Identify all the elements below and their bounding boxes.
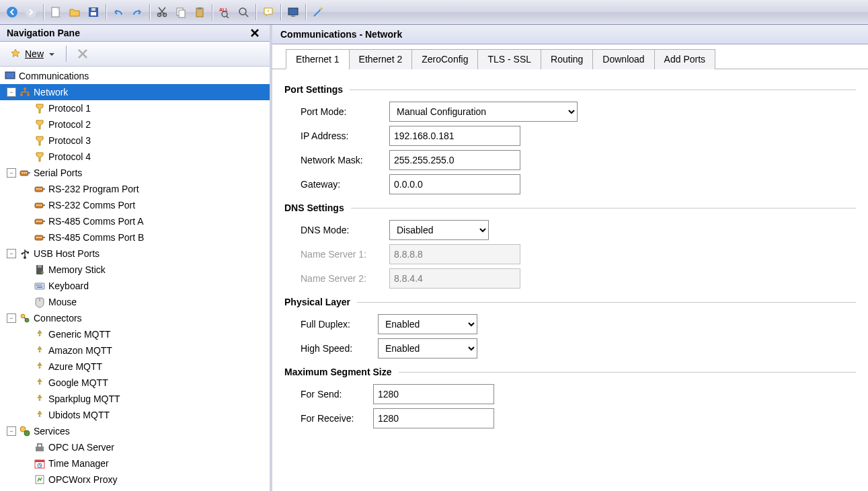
mss-recv-label: For Receive: (301, 413, 373, 424)
tree-item-services[interactable]: −Services (0, 423, 270, 439)
redo-button[interactable] (128, 3, 147, 22)
forward-button[interactable] (22, 3, 40, 22)
tree-toggle[interactable]: − (7, 168, 16, 178)
tree-item-serial-ports[interactable]: −Serial Ports (0, 165, 270, 181)
tree-item-communications[interactable]: Communications (0, 68, 270, 84)
tree-item-azure-mqtt[interactable]: Azure MQTT (0, 358, 270, 375)
high-speed-select[interactable]: Enabled (378, 338, 477, 358)
navigation-tree[interactable]: Communications−NetworkProtocol 1Protocol… (0, 67, 270, 491)
tree-item-memory-stick[interactable]: Memory Stick (0, 262, 270, 278)
new-file-button[interactable] (46, 3, 65, 22)
tree-item-sparkplug-mqtt[interactable]: Sparkplug MQTT (0, 391, 270, 407)
mss-send-label: For Send: (301, 389, 373, 400)
ip-address-input[interactable] (389, 126, 520, 146)
find-button[interactable] (234, 3, 253, 22)
tab-ethernet-1[interactable]: Ethernet 1 (286, 49, 350, 69)
display-button[interactable] (284, 3, 303, 22)
open-folder-button[interactable] (65, 3, 84, 22)
tree-item-label: Time Manager (48, 458, 109, 469)
tree-item-network[interactable]: −Network (0, 84, 270, 100)
protocol-icon (34, 102, 46, 114)
tab-add-ports[interactable]: Add Ports (654, 49, 715, 69)
tree-item-time-manager[interactable]: Time Manager (0, 455, 270, 471)
dns-mode-select[interactable]: Disabled (389, 220, 489, 240)
gateway-input[interactable] (389, 174, 520, 194)
help-icon (262, 6, 274, 18)
tree-item-protocol-2[interactable]: Protocol 2 (0, 116, 270, 133)
mqtt-icon (34, 344, 46, 356)
mouse-icon (34, 296, 46, 308)
mqtt-icon (34, 361, 46, 373)
tree-toggle[interactable]: − (7, 313, 16, 323)
paste-button[interactable] (190, 3, 209, 22)
tab-tls-ssl[interactable]: TLS - SSL (477, 49, 541, 69)
new-button[interactable]: New (5, 46, 59, 61)
ns2-label: Name Server 2: (301, 273, 389, 284)
tree-item-google-mqtt[interactable]: Google MQTT (0, 375, 270, 391)
tab-routing[interactable]: Routing (541, 49, 593, 69)
wizard-button[interactable] (309, 3, 327, 22)
usb-icon (19, 248, 31, 260)
delete-button[interactable] (73, 44, 92, 63)
tree-item-rs-485-comms-port-a[interactable]: RS-485 Comms Port A (0, 213, 270, 229)
tree-item-label: Sparkplug MQTT (48, 393, 120, 404)
tree-item-rs-485-comms-port-b[interactable]: RS-485 Comms Port B (0, 229, 270, 245)
chevron-down-icon (47, 50, 55, 58)
nav-close-button[interactable] (247, 28, 263, 38)
tree-item-label: Serial Ports (34, 167, 82, 178)
mss-recv-input[interactable] (373, 408, 494, 428)
back-icon (6, 6, 18, 18)
new-file-icon (50, 6, 62, 18)
high-speed-label: High Speed: (301, 343, 378, 354)
tree-item-rs-232-comms-port[interactable]: RS-232 Comms Port (0, 197, 270, 213)
gateway-label: Gateway: (301, 179, 389, 190)
tree-item-label: Protocol 4 (48, 151, 91, 162)
tree-item-usb-host-ports[interactable]: −USB Host Ports (0, 245, 270, 262)
network-icon (19, 86, 31, 98)
tree-toggle[interactable]: − (7, 426, 16, 436)
tree-item-protocol-1[interactable]: Protocol 1 (0, 100, 270, 116)
tree-item-label: Services (34, 426, 70, 437)
full-duplex-select[interactable]: Enabled (378, 314, 477, 334)
display-icon (287, 6, 299, 18)
network-mask-input[interactable] (389, 150, 520, 170)
tree-item-label: Protocol 3 (48, 135, 91, 146)
physical-layer-header: Physical Layer (284, 297, 856, 307)
tree-item-rs-232-program-port[interactable]: RS-232 Program Port (0, 181, 270, 197)
tree-item-opc-ua-server[interactable]: OPC UA Server (0, 439, 270, 455)
tree-item-opcworx-proxy[interactable]: OPCWorx Proxy (0, 471, 270, 488)
tree-item-label: Azure MQTT (48, 361, 102, 372)
serial-icon (34, 215, 46, 227)
tree-item-label: OPCWorx Proxy (48, 474, 117, 485)
port-mode-select[interactable]: Manual Configuration (389, 102, 578, 122)
tab-ethernet-2[interactable]: Ethernet 2 (349, 49, 413, 69)
tree-item-keyboard[interactable]: Keyboard (0, 278, 270, 294)
save-button[interactable] (84, 3, 103, 22)
main-title: Communications - Network (272, 25, 868, 44)
tree-item-label: Protocol 1 (48, 103, 91, 114)
tree-item-connectors[interactable]: −Connectors (0, 310, 270, 326)
help-button[interactable] (259, 3, 278, 22)
tree-toggle[interactable]: − (7, 87, 16, 97)
tree-item-protocol-3[interactable]: Protocol 3 (0, 133, 270, 149)
tab-download[interactable]: Download (592, 49, 654, 69)
find-all-icon (219, 6, 231, 18)
mss-send-input[interactable] (373, 384, 494, 404)
tree-item-mouse[interactable]: Mouse (0, 294, 270, 310)
tree-item-protocol-4[interactable]: Protocol 4 (0, 149, 270, 165)
root-icon (4, 70, 16, 82)
mqtt-icon (34, 393, 46, 405)
undo-button[interactable] (109, 3, 128, 22)
find-all-button[interactable] (215, 3, 234, 22)
tree-item-ubidots-mqtt[interactable]: Ubidots MQTT (0, 407, 270, 423)
copy-button[interactable] (171, 3, 190, 22)
tree-item-label: Google MQTT (48, 377, 108, 388)
tree-item-amazon-mqtt[interactable]: Amazon MQTT (0, 342, 270, 358)
cut-button[interactable] (153, 3, 171, 22)
tree-toggle[interactable]: − (7, 249, 16, 258)
cut-icon (156, 6, 168, 18)
tab-zeroconfig[interactable]: ZeroConfig (411, 49, 478, 69)
back-button[interactable] (3, 3, 22, 22)
tree-item-generic-mqtt[interactable]: Generic MQTT (0, 326, 270, 342)
find-icon (237, 6, 249, 18)
